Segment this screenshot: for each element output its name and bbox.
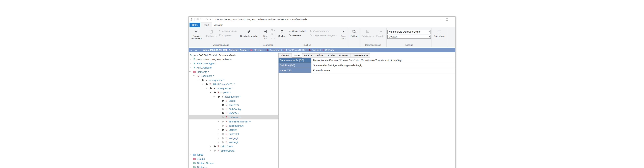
chevron-down-icon[interactable] [205,87,209,89]
breadcrumb-item-elements[interactable]: Elements [250,49,263,51]
chevron-down-icon[interactable] [201,83,205,85]
breadcrumb-item-grphdr[interactable]: EGrpHdr [309,49,319,51]
breadcrumb-up-button[interactable]: ↑ [200,49,201,51]
tree-row-types[interactable]: Types [189,153,278,157]
chevron-right-icon[interactable] [189,58,193,61]
chevron-right-icon[interactable] [189,62,193,65]
ribbon-button-export[interactable]: Export ▾ [375,28,386,38]
detail-tab-element[interactable]: Element [279,53,292,58]
tree-row-pmttpinf[interactable]: EPmtTpInf [189,132,278,136]
tree-row-ttlintrbksttlmamt[interactable]: ETtlIntrBkSttlmAmt** [189,119,278,124]
maximize-button[interactable] [444,17,450,22]
tree-row-splmtrydata[interactable]: ESplmtryData [189,148,278,153]
chevron-down-icon[interactable] [213,96,217,98]
save-icon[interactable] [196,18,199,21]
ribbon-button-duplicate[interactable]: ▾ [270,29,276,32]
tree-row-credttm[interactable]: ECreDtTm [189,103,278,107]
chevron-down-icon[interactable] [193,75,197,77]
tree-row-intrbksttlmdt[interactable]: EIntrBkSttlmDt [189,124,278,128]
ribbon-tab-datei[interactable]: Datei [190,23,200,27]
chevron-right-icon[interactable] [209,149,213,152]
notes-form: Company-specific (DE)Das optionale Eleme… [278,58,455,73]
ribbon-tab-ansicht[interactable]: Ansicht [212,23,225,27]
tree-row-groups[interactable]: Groups [189,157,278,161]
chevron-right-icon[interactable] [217,137,221,139]
tree-row-fitoficstmrcdttrf[interactable]: EFIToFICstmrCdtTrf* [189,82,278,86]
ribbon-button-ausschneiden[interactable]: Ausschneiden [218,29,237,33]
field-value[interactable]: Summe aller Beträge, währungsunabhängig. [312,63,455,68]
detail-tab-unterelemente[interactable]: Unterelemente [351,53,370,58]
tree-row-btchbookg[interactable]: EBtchBookg [189,107,278,111]
ribbon-tab-start[interactable]: Start [201,23,212,27]
ribbon-button-neu-in[interactable]: Neuin ▾ [261,28,270,40]
tree-row-attributes[interactable]: Attributes [189,165,278,168]
tree-row-xsd-datentypen[interactable]: SXSD Datentypen [189,61,278,66]
dropdown-arrow-icon: ▾ [444,36,445,37]
ribbon-button-prüfen[interactable]: Prüfen [350,28,359,37]
breadcrumb-item-fitoficstmrcdttrf[interactable]: EFIToFICstmrCdtTrf [284,49,306,51]
ribbon-button-bearbeitenmodus[interactable]: Bearbeitenmodus [239,28,259,37]
chevron-right-icon[interactable] [217,141,221,143]
minimize-button[interactable]: – [438,17,444,22]
chevron-right-icon[interactable] [189,67,193,69]
ribbon-button-column: Weiter suchenErsetzen [288,28,307,37]
ribbon-button-gehe-zu[interactable]: Gehezu ▾ [339,28,348,40]
tree-row-cdttrftxinf[interactable]: ECdtTrfTxInf [189,144,278,148]
chevron-right-icon[interactable] [217,120,221,123]
tree-row-xs-sequence[interactable]: sxs:sequence* [189,86,278,91]
occurrence-bullet [221,121,225,122]
customize-toolbar-icon[interactable] [209,18,212,21]
field-value[interactable]: Kontrollsumme [312,68,455,73]
ribbon-button-kopieren[interactable]: Kopieren [218,34,237,37]
ribbon-button-ersetzen[interactable]: Ersetzen [288,34,307,37]
tree-row-instgagt[interactable]: EInstgAgt [189,136,278,140]
chevron-right-icon[interactable] [209,145,213,147]
tree-row-document[interactable]: EDocument* [189,74,278,78]
element-letter-icon: E [323,49,324,51]
redo-icon[interactable]: ▾ [204,18,208,21]
tree-row-pacs-008-001-09-xml-schema-guide[interactable]: Spacs.008.001.09; XML Schema; Guide [189,53,278,57]
ribbon-button-fenster-wechseln[interactable]: Fensterwechseln ▾ [190,28,203,40]
chevron-right-icon[interactable] [217,133,221,135]
combobox-nur-benutzte-objekte-anzeigen[interactable]: Nur benutzte Objekte anzeigen▾ [388,30,431,34]
ribbon-button-operation[interactable]: Operation ▾ [432,28,446,38]
breadcrumb-item-document[interactable]: EDocument [267,49,280,51]
detail-tab-externe-codelisten[interactable]: Externe Codelisten [302,53,326,58]
tree-row-nboftxs[interactable]: ENbOfTxs [189,111,278,115]
chevron-right-icon[interactable] [189,153,193,156]
tree-row-xs-sequence[interactable]: sxs:sequence* [189,95,278,99]
tree-row-xml-attribute[interactable]: SXML Attribute [189,66,278,70]
chevron-down-icon[interactable] [189,71,193,73]
chevron-down-icon[interactable] [209,91,213,94]
ribbon-button-zeige-vorfahren[interactable]: Zeige Vorfahren [309,29,337,33]
combobox-deutsch[interactable]: Deutsch▾ [388,35,431,39]
field-value[interactable]: Das optionale Element "Control Sum" wird… [312,58,455,63]
detail-tab-codes[interactable]: Codes [326,53,337,58]
breadcrumb-item-ctrlsum[interactable]: ECtrlSum [323,49,334,51]
breadcrumb-back-button[interactable]: ← [190,49,193,51]
ribbon-button-rename[interactable] [270,33,276,36]
tree-row-sttlminf[interactable]: ESttlmInf [189,128,278,132]
tree-row-ctrlsum[interactable]: ECtrlSum** [189,115,278,119]
tree-row-grphdr[interactable]: EGrpHdr* [189,90,278,95]
breadcrumb-item-pacs-008-001-09-xml-schema-guide[interactable]: pacs.008.001.09; XML Schema; Guide [203,49,246,51]
chevron-right-icon[interactable] [217,129,221,131]
breadcrumb-forward-button[interactable]: → [195,49,198,51]
tree-row-xs-sequence[interactable]: sxs:sequence* [189,78,278,82]
tree-row-pacs-008-001-09-xml-schema[interactable]: Bpacs.008.001.09; XML Schema [189,57,278,62]
tree-row-msgid[interactable]: EMsgId [189,99,278,103]
tree-row-elements[interactable]: Elements* [189,70,278,74]
ribbon-button-weiter-suchen[interactable]: Weiter suchen [288,29,307,33]
ribbon-button-zeige-verwendungen[interactable]: Zeige Verwendungen▾ [309,34,337,37]
ribbon-button-einfügen[interactable]: Einfügen ▾ [205,28,218,38]
undo-icon[interactable]: ▾ [200,18,204,21]
ribbon-button-delete[interactable]: ▾ [270,37,276,40]
detail-tab-notes[interactable]: Notes [292,53,302,58]
tree-row-instdagt[interactable]: EInstdAgt [189,140,278,144]
gefeg-logo-icon[interactable] [190,18,193,21]
tree-row-attributegroups[interactable]: AttributeGroups [189,161,278,165]
chevron-down-icon[interactable] [197,79,201,81]
ribbon-button-suchen[interactable]: Suchen [277,28,287,37]
detail-tab-erweitert[interactable]: Erweitert [337,53,351,58]
ribbon-button-publishing[interactable]: Publishing ▾ [360,28,375,38]
